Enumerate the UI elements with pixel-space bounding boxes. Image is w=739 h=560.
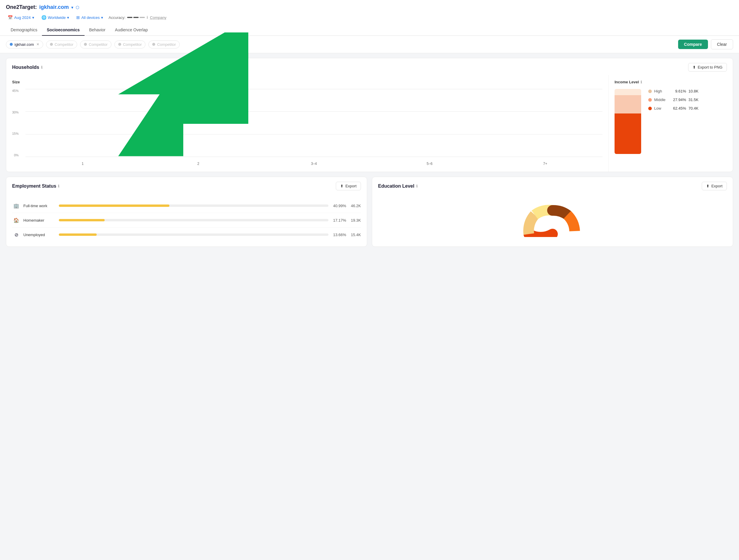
acc-seg-2 (133, 17, 139, 18)
competitor-chip-1[interactable]: igkhair.com ✕ (6, 40, 43, 48)
acc-seg-3 (140, 17, 145, 18)
tab-audience-overlap[interactable]: Audience Overlap (110, 24, 153, 36)
income-bar-container (614, 89, 641, 154)
education-info-icon[interactable]: ℹ (416, 184, 418, 188)
households-export-btn[interactable]: ⬆ Export to PNG (688, 63, 727, 71)
x-label-1: 2 (144, 162, 253, 166)
employment-item-1: 🏠Homemaker17.17%19.3K (12, 213, 361, 227)
legend-pct-0: 9.61% (671, 89, 686, 94)
location-filter[interactable]: 🌐 Worldwide ▾ (40, 14, 71, 21)
export-upload-icon: ⬆ (693, 65, 696, 69)
date-caret: ▾ (32, 15, 34, 20)
employment-title: Employment Status ℹ (12, 184, 59, 189)
x-label-4: 7+ (491, 162, 599, 166)
devices-filter[interactable]: ⊞ All devices ▾ (75, 14, 105, 21)
chip-dot-2 (50, 43, 53, 46)
edu-export-icon: ⬆ (706, 184, 710, 188)
education-export-btn[interactable]: ⬆ Export (702, 182, 727, 190)
date-filter[interactable]: 📅 Aug 2024 ▾ (6, 14, 36, 21)
employment-title-text: Employment Status (12, 184, 56, 189)
globe-icon: 🌐 (41, 15, 46, 20)
legend-item-0: High9.61%10.8K (648, 89, 699, 94)
nav-tabs: Demographics Socioeconomics Behavior Aud… (6, 24, 733, 35)
emp-label-2: Unemployed (23, 232, 56, 237)
emp-bar-bg-0 (59, 204, 328, 207)
competitor-chip-3[interactable]: Competitor (80, 40, 112, 48)
income-subtitle-text: Income Level (614, 80, 639, 84)
tab-behavior[interactable]: Behavior (85, 24, 110, 36)
external-link-icon[interactable]: ⬡ (76, 5, 79, 10)
tab-socioeconomics[interactable]: Socioeconomics (42, 24, 84, 36)
households-title: Households ℹ (12, 65, 42, 70)
bar-chart: 45% 30% 15% 0% (12, 89, 602, 166)
emp-icon-0: 🏢 (12, 202, 20, 210)
y-label-15: 15% (12, 132, 19, 135)
domain-link[interactable]: igkhair.com (39, 4, 69, 10)
chip-placeholder-2: Competitor (55, 42, 73, 47)
chip-close-1[interactable]: ✕ (36, 42, 39, 46)
legend-pct-2: 62.45% (671, 106, 686, 111)
accuracy-row: Accuracy: ℹ Company (109, 15, 166, 20)
emp-count-1: 19.3K (349, 218, 361, 222)
emp-pct-1: 17.17% (331, 218, 346, 222)
employment-export-label: Export (345, 184, 356, 188)
income-section: Income Level ℹ High9.61%10.8KMiddle27.94… (609, 75, 733, 172)
emp-label-1: Homemaker (23, 218, 56, 222)
education-title: Education Level ℹ (378, 184, 418, 189)
households-inner: Size 45% 30% 15% 0% (6, 75, 733, 172)
households-card: Households ℹ ⬆ Export to PNG Size 45% 30… (6, 58, 733, 172)
chip-dot-5 (152, 43, 155, 46)
devices-icon: ⊞ (76, 15, 80, 20)
company-link[interactable]: Company (150, 15, 166, 20)
employment-list: 🏢Full-time work40.99%46.2K🏠Homemaker17.1… (6, 194, 367, 246)
donut-chart (520, 199, 585, 237)
households-info-icon[interactable]: ℹ (41, 65, 42, 69)
chip-placeholder-3: Competitor (89, 42, 108, 47)
legend-label-2: Low (654, 106, 669, 111)
emp-bar-fill-1 (59, 219, 105, 221)
income-legend: High9.61%10.8KMiddle27.94%31.5KLow62.45%… (648, 89, 699, 111)
y-label-30: 30% (12, 111, 19, 114)
employment-info-icon[interactable]: ℹ (58, 184, 59, 188)
legend-item-1: Middle27.94%31.5K (648, 98, 699, 102)
emp-export-icon: ⬆ (340, 184, 343, 188)
emp-label-0: Full-time work (23, 204, 56, 208)
education-export-label: Export (711, 184, 722, 188)
x-label-3: 5–6 (376, 162, 484, 166)
accuracy-info-icon[interactable]: ℹ (147, 15, 148, 19)
domain-dropdown-icon[interactable]: ▾ (71, 5, 73, 10)
competitor-chip-5[interactable]: Competitor (148, 40, 180, 48)
emp-count-0: 46.2K (349, 204, 361, 208)
x-labels: 123–45–67+ (25, 162, 602, 166)
acc-seg-1 (127, 17, 132, 18)
location-label: Worldwide (48, 15, 65, 20)
employment-export-btn[interactable]: ⬆ Export (336, 182, 361, 190)
income-chart-area: High9.61%10.8KMiddle27.94%31.5KLow62.45%… (614, 89, 727, 154)
size-chart-section: Size 45% 30% 15% 0% (6, 75, 609, 172)
chip-dot-4 (118, 43, 121, 46)
compare-button[interactable]: Compare (678, 40, 708, 49)
tab-demographics[interactable]: Demographics (6, 24, 42, 36)
competitor-chip-2[interactable]: Competitor (46, 40, 78, 48)
chip-dot-3 (84, 43, 87, 46)
income-segment-0 (614, 89, 641, 95)
x-label-2: 3–4 (260, 162, 368, 166)
accuracy-label: Accuracy: (109, 15, 125, 20)
legend-count-1: 31.5K (689, 98, 699, 102)
compare-bar: igkhair.com ✕ Competitor Competitor Comp… (0, 36, 739, 53)
clear-button[interactable]: Clear (711, 39, 733, 49)
date-label: Aug 2024 (14, 15, 31, 20)
legend-item-2: Low62.45%70.4K (648, 106, 699, 111)
bottom-row: Employment Status ℹ ⬆ Export 🏢Full-time … (6, 177, 733, 251)
households-export-label: Export to PNG (698, 65, 722, 69)
income-segment-2 (614, 114, 641, 154)
emp-bar-fill-2 (59, 233, 97, 236)
emp-bar-bg-1 (59, 219, 328, 221)
size-subtitle: Size (12, 80, 602, 84)
emp-count-2: 15.4K (349, 232, 361, 237)
legend-dot-1 (648, 98, 652, 102)
income-info-icon[interactable]: ℹ (640, 80, 642, 84)
emp-bar-bg-2 (59, 233, 328, 236)
competitor-chip-4[interactable]: Competitor (114, 40, 146, 48)
emp-bar-fill-0 (59, 204, 169, 207)
